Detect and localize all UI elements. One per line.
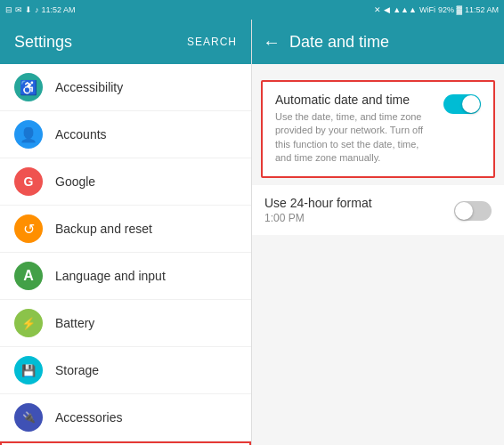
time-right: 11:52 AM (465, 5, 499, 14)
notification-icon: ⊟ (5, 5, 12, 14)
accessories-label: Accessories (55, 410, 122, 425)
backup-label: Backup and reset (55, 222, 152, 236)
download-icon: ⬇ (25, 5, 32, 14)
back-button[interactable]: ← (263, 32, 280, 53)
backup-icon: ↺ (14, 214, 43, 243)
left-panel: Settings SEARCH ♿ Accessibility 👤 Accoun… (0, 20, 252, 445)
right-content: Automatic date and time Use the date, ti… (252, 64, 504, 445)
sidebar-item-battery[interactable]: ⚡ Battery (0, 300, 251, 347)
left-header: Settings SEARCH (0, 20, 251, 64)
sidebar-item-accounts[interactable]: 👤 Accounts (0, 111, 251, 158)
main-content: Settings SEARCH ♿ Accessibility 👤 Accoun… (0, 20, 504, 445)
format-24-title: Use 24-hour format (264, 196, 372, 210)
auto-date-toggle[interactable] (443, 94, 481, 114)
sidebar-item-language[interactable]: A Language and input (0, 253, 251, 300)
sidebar-item-datetime[interactable]: ⏱ Date and time (0, 441, 251, 445)
auto-date-title: Automatic date and time (275, 93, 435, 107)
format-24-toggle[interactable] (454, 201, 492, 221)
auto-date-text: Automatic date and time Use the date, ti… (275, 93, 435, 166)
accessibility-icon: ♿ (14, 73, 43, 101)
sidebar-item-backup[interactable]: ↺ Backup and reset (0, 206, 251, 253)
time-display: 11:52 AM (42, 5, 76, 14)
right-panel: ← Date and time Automatic date and time … (252, 20, 504, 445)
sidebar-item-google[interactable]: G Google (0, 158, 251, 206)
storage-label: Storage (55, 363, 99, 377)
accounts-label: Accounts (55, 127, 107, 142)
mute-icon: ✕ (374, 5, 381, 14)
toggle-knob-off (455, 202, 473, 220)
battery-icon: 92% ▓ (438, 5, 462, 14)
google-icon: G (14, 167, 43, 196)
sidebar-item-accessories[interactable]: 🔌 Accessories (0, 394, 251, 441)
status-bar: ⊟ ✉ ⬇ ♪ 11:52 AM ✕ ◀ ▲▲▲ WiFi 92% ▓ 11:5… (0, 0, 504, 20)
language-icon: A (14, 262, 43, 290)
sidebar-item-accessibility[interactable]: ♿ Accessibility (0, 64, 251, 111)
message-icon: ✉ (15, 5, 22, 14)
format-24-row[interactable]: Use 24-hour format 1:00 PM (252, 185, 504, 235)
accessories-icon: 🔌 (14, 403, 43, 432)
language-label: Language and input (55, 269, 166, 283)
right-header: ← Date and time (252, 20, 504, 64)
status-bar-left: ⊟ ✉ ⬇ ♪ 11:52 AM (5, 5, 76, 14)
accessibility-label: Accessibility (55, 80, 123, 94)
signal-icon: ▲▲▲ (393, 5, 417, 14)
auto-date-card[interactable]: Automatic date and time Use the date, ti… (261, 80, 495, 178)
storage-icon: 💾 (14, 356, 43, 384)
settings-title: Settings (14, 33, 72, 52)
battery-setting-icon: ⚡ (14, 309, 43, 337)
toggle-knob-on (462, 95, 480, 113)
right-panel-title: Date and time (289, 33, 389, 52)
status-bar-right: ✕ ◀ ▲▲▲ WiFi 92% ▓ 11:52 AM (374, 5, 499, 14)
sidebar-item-storage[interactable]: 💾 Storage (0, 347, 251, 394)
auto-date-description: Use the date, time, and time zone provid… (275, 110, 435, 166)
accounts-icon: 👤 (14, 120, 43, 149)
search-button[interactable]: SEARCH (187, 36, 237, 48)
format-24-text: Use 24-hour format 1:00 PM (264, 196, 372, 224)
format-24-subtitle: 1:00 PM (264, 212, 372, 224)
wifi-icon: WiFi (419, 5, 435, 14)
nfc-icon: ◀ (384, 5, 390, 14)
battery-label: Battery (55, 316, 94, 330)
settings-list: ♿ Accessibility 👤 Accounts G Google ↺ Ba… (0, 64, 251, 445)
music-icon: ♪ (35, 5, 39, 14)
google-label: Google (55, 174, 95, 189)
auto-date-card-inner: Automatic date and time Use the date, ti… (275, 93, 481, 166)
